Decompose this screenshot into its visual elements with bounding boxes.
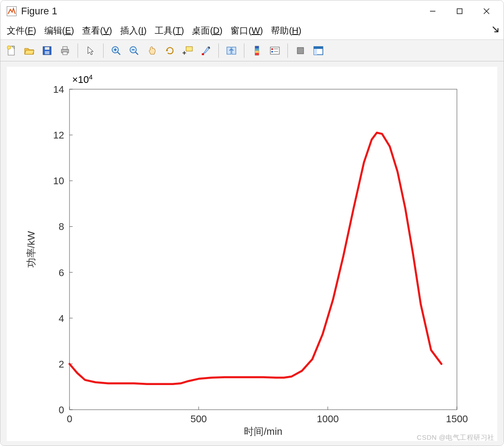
svg-rect-26 (202, 53, 204, 55)
x-tick-label: 1500 (446, 413, 468, 424)
svg-line-19 (135, 52, 138, 55)
print-icon[interactable] (57, 43, 73, 59)
y-tick-label: 14 (53, 84, 64, 95)
svg-rect-31 (255, 46, 259, 48)
close-button[interactable] (473, 2, 500, 20)
svg-rect-37 (271, 51, 273, 52)
x-tick-label: 0 (67, 413, 72, 424)
svg-rect-22 (186, 47, 192, 51)
menu-window[interactable]: 窗口(W) (230, 25, 263, 37)
menu-desktop[interactable]: 桌面(D) (192, 25, 222, 37)
y-tick-label: 0 (59, 404, 64, 416)
svg-rect-40 (297, 48, 304, 54)
titlebar: Figure 1 (0, 0, 504, 22)
zoom-out-icon[interactable] (126, 43, 142, 59)
y-tick-label: 12 (53, 130, 64, 141)
dock-undock-arrow-icon[interactable] (492, 26, 500, 36)
colorbar-icon[interactable] (249, 43, 265, 59)
y-multiplier-label: ×104 (72, 73, 93, 86)
svg-rect-44 (70, 89, 457, 410)
brush-icon[interactable] (198, 43, 214, 59)
menu-file[interactable]: 文件(F) (7, 25, 36, 37)
svg-rect-32 (255, 48, 259, 51)
svg-rect-43 (314, 49, 317, 55)
x-axis-label: 时间/min (244, 426, 282, 437)
svg-rect-33 (255, 51, 259, 53)
menu-insert[interactable]: 插入(I) (120, 25, 147, 37)
y-tick-label: 10 (53, 175, 64, 186)
y-tick-label: 2 (59, 359, 64, 370)
toolbar-separator (103, 43, 104, 58)
minimize-button[interactable] (419, 2, 446, 20)
window-title: Figure 1 (21, 5, 57, 17)
maximize-button[interactable] (446, 2, 473, 20)
svg-rect-28 (227, 47, 231, 54)
link-plots-icon[interactable] (223, 43, 239, 59)
rotate-icon[interactable] (162, 43, 178, 59)
y-tick-label: 8 (59, 221, 64, 232)
legend-icon[interactable] (267, 43, 283, 59)
menubar: 文件(F) 编辑(E) 查看(V) 插入(I) 工具(T) 桌面(D) 窗口(W… (0, 22, 504, 40)
toolbar (0, 40, 504, 61)
x-tick-label: 500 (191, 413, 207, 424)
toolbar-separator (287, 43, 288, 58)
svg-rect-35 (270, 47, 279, 54)
y-tick-label: 4 (59, 313, 64, 324)
y-tick-label: 6 (59, 267, 64, 278)
pan-icon[interactable] (144, 43, 160, 59)
svg-rect-36 (271, 48, 273, 50)
open-icon[interactable] (21, 43, 37, 59)
menu-help[interactable]: 帮助(H) (271, 25, 301, 37)
svg-rect-9 (45, 47, 49, 50)
svg-rect-29 (232, 47, 236, 54)
app-icon (7, 6, 17, 16)
x-tick-label: 1000 (317, 413, 339, 424)
svg-point-25 (183, 52, 185, 53)
plot-frame: 05001000150002468101214×104时间/min功率/kW (7, 67, 497, 441)
figure-canvas: 05001000150002468101214×104时间/min功率/kW C… (0, 61, 504, 446)
menu-view[interactable]: 查看(V) (82, 25, 112, 37)
pointer-icon[interactable] (83, 43, 99, 59)
svg-rect-34 (255, 53, 259, 55)
hide-tools-icon[interactable] (292, 43, 308, 59)
axes[interactable]: 05001000150002468101214×104时间/min功率/kW (7, 67, 497, 441)
svg-line-15 (117, 52, 120, 55)
svg-rect-12 (63, 47, 67, 49)
dock-icon[interactable] (310, 43, 326, 59)
data-cursor-icon[interactable] (180, 43, 196, 59)
toolbar-separator (78, 43, 78, 58)
menu-tools[interactable]: 工具(T) (155, 25, 184, 37)
menu-edit[interactable]: 编辑(E) (44, 25, 74, 37)
svg-rect-2 (457, 9, 462, 14)
svg-rect-42 (314, 47, 323, 49)
toolbar-separator (218, 43, 219, 58)
save-icon[interactable] (39, 43, 55, 59)
y-axis-label: 功率/kW (26, 231, 37, 268)
svg-rect-13 (63, 52, 67, 55)
new-icon[interactable] (3, 43, 19, 59)
svg-rect-10 (45, 51, 49, 54)
svg-point-7 (7, 46, 11, 49)
zoom-in-icon[interactable] (108, 43, 124, 59)
toolbar-separator (244, 43, 244, 58)
